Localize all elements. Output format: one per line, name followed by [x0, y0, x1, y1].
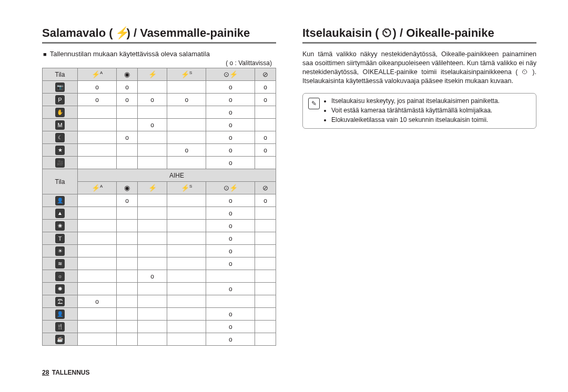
cell: [167, 257, 206, 270]
cell: [117, 321, 138, 333]
right-title-prefix: Itselaukaisin (: [302, 26, 379, 40]
cell: [255, 207, 276, 220]
cell: [167, 270, 206, 283]
row-head: ❀: [43, 220, 78, 232]
cell: o: [255, 131, 276, 144]
row-head: 👤: [43, 194, 78, 207]
table-row: ★ooo: [43, 144, 276, 157]
cell: o: [206, 94, 255, 106]
cell: [78, 106, 117, 119]
cell: [137, 295, 167, 308]
row-head: 🍴: [43, 321, 78, 333]
mode-cafe-icon: ☕: [55, 335, 65, 344]
tila-header: Tila: [43, 68, 78, 81]
right-title-underline: [302, 42, 536, 44]
table-row: Moo: [43, 119, 276, 131]
cell: o: [206, 257, 255, 270]
cell: [78, 194, 117, 207]
left-subheading: ■ Tallennustilan mukaan käytettävissä ol…: [42, 50, 276, 58]
table-row: ✺o: [43, 283, 276, 295]
cell: [78, 232, 117, 245]
cell: o: [167, 94, 206, 106]
mode-backlight-icon: ☼: [55, 272, 65, 281]
right-paragraph: Kun tämä valikko näkyy nestekidenäytössä…: [302, 50, 536, 86]
col-flash-icon: ⚡: [137, 68, 167, 81]
mode-dawn-icon: ≋: [55, 259, 65, 269]
left-title: Salamavalo ( ⚡ ) / Vasemmalle-painike: [42, 26, 276, 40]
cell: o: [206, 245, 255, 257]
cell: [137, 257, 167, 270]
cell: [167, 106, 206, 119]
cell: [255, 157, 276, 169]
mode-beach-icon: ⛱: [55, 297, 65, 306]
table-row: ▲o: [43, 207, 276, 220]
cell: [137, 106, 167, 119]
table-row: ☕o: [43, 333, 276, 346]
right-title-suffix: ) / Oikealle-painike: [393, 26, 494, 40]
aihe-header: AIHE: [78, 169, 276, 182]
cell: o: [206, 144, 255, 157]
cell: o: [78, 81, 117, 94]
table-row: 📷oooo: [43, 81, 276, 94]
col2-flash-icon: ⚡: [137, 182, 167, 194]
page-footer: 28 TALLENNUS: [42, 369, 89, 376]
table-row: 🎥o: [43, 157, 276, 169]
cell: o: [78, 295, 117, 308]
cell: [167, 308, 206, 321]
timer-icon: ⏲: [381, 26, 391, 40]
cell: [167, 283, 206, 295]
row-head: 👤: [43, 308, 78, 321]
cell: [117, 333, 138, 346]
cell: [78, 220, 117, 232]
row-head: P: [43, 94, 78, 106]
table-header-row: Tila ⚡A ◉ ⚡ ⚡S ⊙⚡ ⊘: [43, 68, 276, 81]
col-flash-s-icon: ⚡S: [167, 68, 206, 81]
cell: [137, 333, 167, 346]
mode-scene-icon: ★: [55, 146, 65, 155]
cell: [78, 157, 117, 169]
cell: o: [167, 144, 206, 157]
cell: [255, 270, 276, 283]
col-flash-a-icon: ⚡A: [78, 68, 117, 81]
cell: [137, 245, 167, 257]
row-head: 🎥: [43, 157, 78, 169]
cell: o: [206, 220, 255, 232]
cell: [137, 283, 167, 295]
cell: [137, 232, 167, 245]
row-head: T: [43, 232, 78, 245]
cell: [137, 131, 167, 144]
cell: o: [206, 106, 255, 119]
cell: o: [206, 131, 255, 144]
table-row: ☼o: [43, 270, 276, 283]
cell: o: [206, 81, 255, 94]
cell: [78, 270, 117, 283]
cell: [117, 270, 138, 283]
cell: [137, 194, 167, 207]
cell: o: [206, 283, 255, 295]
cell: [137, 308, 167, 321]
mode-landscape-icon: ▲: [55, 209, 65, 218]
row-head: M: [43, 119, 78, 131]
cell: o: [137, 119, 167, 131]
mode-closeup-icon: ❀: [55, 221, 65, 231]
cell: [167, 245, 206, 257]
cell: [167, 232, 206, 245]
row-head: ⛱: [43, 295, 78, 308]
col2-flash-s-icon: ⚡S: [167, 182, 206, 194]
table-row: Poooooo: [43, 94, 276, 106]
cell: [78, 283, 117, 295]
left-title-underline: [42, 42, 276, 44]
row-head: ☕: [43, 333, 78, 346]
cell: [167, 119, 206, 131]
row-head: 📷: [43, 81, 78, 94]
table-row: ⛱o: [43, 295, 276, 308]
col2-flash-a-icon: ⚡A: [78, 182, 117, 194]
row-head: ☼: [43, 270, 78, 283]
cell: o: [137, 94, 167, 106]
cell: [117, 119, 138, 131]
cell: [167, 321, 206, 333]
cell: o: [206, 232, 255, 245]
cell: [137, 144, 167, 157]
col-slow-sync-icon: ⊙⚡: [206, 68, 255, 81]
cell: [167, 333, 206, 346]
